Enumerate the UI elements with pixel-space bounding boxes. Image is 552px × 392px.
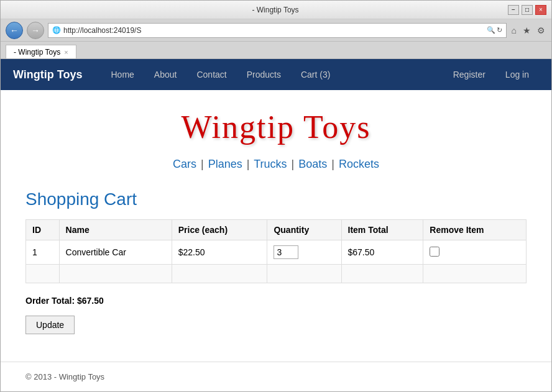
col-remove: Remove Item xyxy=(423,220,527,240)
tab-bar: - Wingtip Toys × xyxy=(1,42,551,59)
settings-icon[interactable]: ⚙ xyxy=(536,24,546,37)
quantity-input[interactable] xyxy=(274,245,298,259)
order-total-label: Order Total: xyxy=(25,296,75,306)
cell-quantity xyxy=(267,240,341,265)
page-footer: © 2013 - Wingtip Toys xyxy=(1,362,551,391)
maximize-button[interactable]: □ xyxy=(522,5,533,15)
nav-contact[interactable]: Contact xyxy=(186,59,236,90)
tab-label: - Wingtip Toys xyxy=(14,48,60,57)
cell-id: 1 xyxy=(26,240,60,265)
order-total-value: $67.50 xyxy=(77,296,104,306)
empty-cell xyxy=(26,265,60,283)
close-button[interactable]: × xyxy=(535,5,546,15)
col-item-total: Item Total xyxy=(341,220,423,240)
nav-home[interactable]: Home xyxy=(101,59,144,90)
hero-title: Wingtip Toys xyxy=(13,109,539,145)
category-rockets[interactable]: Rockets xyxy=(339,158,379,170)
remove-checkbox[interactable] xyxy=(430,247,439,257)
category-links: Cars | Planes | Trucks | Boats | Rockets xyxy=(1,152,551,183)
tab-close-icon[interactable]: × xyxy=(64,48,68,56)
category-cars[interactable]: Cars xyxy=(173,158,196,170)
category-planes[interactable]: Planes xyxy=(208,158,242,170)
cell-name: Convertible Car xyxy=(59,240,172,265)
order-total: Order Total: $67.50 xyxy=(25,296,527,306)
sep-2: | xyxy=(247,158,250,170)
page-hero: Wingtip Toys xyxy=(1,90,551,152)
empty-row xyxy=(26,265,527,283)
empty-cell xyxy=(267,265,341,283)
main-content: Shopping Cart ID Name Price (each) Quant… xyxy=(1,183,551,362)
url-bar[interactable]: 🌐 http://localhost:24019/S 🔍 ↻ xyxy=(48,23,507,38)
page-heading: Shopping Cart xyxy=(25,189,527,209)
empty-cell xyxy=(423,265,527,283)
col-quantity: Quantity xyxy=(267,220,341,240)
navbar-right: Register Log in xyxy=(443,59,539,90)
nav-register[interactable]: Register xyxy=(443,59,495,90)
nav-cart[interactable]: Cart (3) xyxy=(291,59,340,90)
search-icon: 🔍 xyxy=(487,26,495,34)
page-content: Wingtip Toys Home About Contact Products… xyxy=(1,59,551,391)
col-id: ID xyxy=(26,220,60,240)
url-favicon: 🌐 xyxy=(52,26,61,34)
minimize-button[interactable]: − xyxy=(508,5,519,15)
cart-table: ID Name Price (each) Quantity Item Total… xyxy=(25,219,527,283)
footer-text: © 2013 - Wingtip Toys xyxy=(25,372,104,381)
sep-3: | xyxy=(292,158,295,170)
forward-button[interactable]: → xyxy=(27,22,44,39)
empty-cell xyxy=(341,265,423,283)
nav-about[interactable]: About xyxy=(144,59,187,90)
cell-item-total: $67.50 xyxy=(341,240,423,265)
table-row: 1 Convertible Car $22.50 $67.50 xyxy=(26,240,527,265)
category-trucks[interactable]: Trucks xyxy=(254,158,287,170)
sep-1: | xyxy=(201,158,204,170)
navbar-brand[interactable]: Wingtip Toys xyxy=(13,68,83,81)
nav-products[interactable]: Products xyxy=(237,59,291,90)
navbar-links: Home About Contact Products Cart (3) xyxy=(101,59,443,90)
cell-remove xyxy=(423,240,527,265)
col-name: Name xyxy=(59,220,172,240)
favorites-icon[interactable]: ★ xyxy=(522,24,532,37)
title-bar-title: - Wingtip Toys xyxy=(43,6,508,14)
category-boats[interactable]: Boats xyxy=(298,158,327,170)
address-bar: ← → 🌐 http://localhost:24019/S 🔍 ↻ ⌂ ★ ⚙ xyxy=(1,19,551,42)
update-button[interactable]: Update xyxy=(25,316,75,334)
sep-4: | xyxy=(331,158,334,170)
empty-cell xyxy=(172,265,267,283)
navbar: Wingtip Toys Home About Contact Products… xyxy=(1,59,551,90)
nav-login[interactable]: Log in xyxy=(495,59,539,90)
empty-cell xyxy=(59,265,172,283)
browser-tab[interactable]: - Wingtip Toys × xyxy=(6,45,76,58)
title-bar: - Wingtip Toys − □ × xyxy=(1,1,551,19)
back-button[interactable]: ← xyxy=(6,22,23,39)
home-icon[interactable]: ⌂ xyxy=(510,24,518,37)
col-price: Price (each) xyxy=(172,220,267,240)
url-text: http://localhost:24019/S xyxy=(63,26,484,35)
cell-price: $22.50 xyxy=(172,240,267,265)
refresh-icon[interactable]: ↻ xyxy=(497,26,502,34)
